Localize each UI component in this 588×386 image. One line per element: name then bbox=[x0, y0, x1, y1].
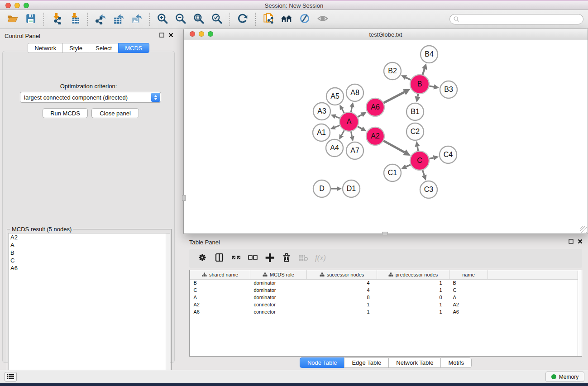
graph-node-A[interactable]: A bbox=[339, 112, 359, 131]
window-edge-handle[interactable] bbox=[182, 195, 186, 201]
network-window-titlebar[interactable]: testGlobe.txt bbox=[184, 29, 588, 40]
show-columns-button[interactable] bbox=[212, 251, 226, 266]
tab-mcds[interactable]: MCDS bbox=[118, 43, 149, 53]
result-list-item[interactable]: A2 bbox=[9, 234, 170, 241]
table-cell[interactable]: B bbox=[190, 279, 250, 286]
save-session-button[interactable] bbox=[22, 11, 40, 28]
criterion-dropdown[interactable]: largest connected component (directed) bbox=[20, 92, 161, 103]
import-network-button[interactable] bbox=[48, 11, 66, 28]
table-cell[interactable]: 1 bbox=[377, 279, 449, 286]
column-header-name[interactable]: name bbox=[449, 270, 488, 279]
graph-node-A6[interactable]: A6 bbox=[366, 98, 384, 116]
export-image-button[interactable] bbox=[128, 11, 146, 28]
table-cell[interactable]: A bbox=[449, 294, 488, 301]
table-cell[interactable]: 1 bbox=[307, 308, 377, 315]
result-list-item[interactable]: B bbox=[9, 249, 170, 257]
table-cell[interactable]: A2 bbox=[449, 301, 488, 308]
column-header-successor-nodes[interactable]: successor nodes bbox=[307, 270, 377, 279]
tab-style[interactable]: Style bbox=[62, 43, 89, 53]
table-scrollbar[interactable] bbox=[578, 271, 581, 356]
table-cell[interactable]: A bbox=[190, 294, 250, 301]
table-cell[interactable]: 4 bbox=[307, 279, 377, 286]
table-row[interactable]: Bdominator41B bbox=[190, 279, 578, 286]
export-network-button[interactable] bbox=[91, 11, 110, 28]
graph-node-C2[interactable]: C2 bbox=[406, 123, 424, 140]
table-cell[interactable]: connector bbox=[250, 308, 307, 315]
run-mcds-button[interactable]: Run MCDS bbox=[43, 108, 88, 118]
memory-button[interactable]: Memory bbox=[545, 372, 584, 382]
export-table-button[interactable] bbox=[110, 11, 128, 28]
table-cell[interactable]: 0 bbox=[377, 294, 449, 301]
zoom-in-button[interactable] bbox=[153, 11, 172, 28]
graph-node-A3[interactable]: A3 bbox=[313, 103, 330, 120]
zoom-selected-button[interactable] bbox=[208, 11, 226, 28]
graph-node-A2[interactable]: A2 bbox=[366, 127, 384, 145]
table-row[interactable]: Adominator80A bbox=[190, 294, 578, 301]
table-cell[interactable]: A6 bbox=[190, 308, 250, 315]
network-canvas[interactable]: AA1A2A3A4A5A6A7A8BB1B2B3B4CC1C2C3C4DD1 bbox=[184, 40, 587, 234]
node-table[interactable]: shared nameMCDS rolesuccessor nodesprede… bbox=[189, 270, 582, 357]
graph-node-B3[interactable]: B3 bbox=[440, 81, 457, 98]
graph-node-C3[interactable]: C3 bbox=[420, 181, 437, 198]
select-all-button[interactable] bbox=[229, 251, 243, 266]
tab-edge-table[interactable]: Edge Table bbox=[344, 357, 388, 368]
tab-node-table[interactable]: Node Table bbox=[300, 357, 344, 368]
graph-node-C1[interactable]: C1 bbox=[384, 164, 401, 181]
table-cell[interactable]: 1 bbox=[377, 308, 449, 315]
table-cell[interactable]: dominator bbox=[250, 286, 307, 294]
result-list-item[interactable]: C bbox=[9, 257, 170, 264]
import-table-button[interactable] bbox=[66, 11, 84, 28]
graph-node-A1[interactable]: A1 bbox=[313, 124, 330, 141]
close-panel-icon[interactable] bbox=[168, 33, 173, 38]
task-history-button[interactable] bbox=[5, 372, 17, 381]
zoom-out-button[interactable] bbox=[172, 11, 190, 28]
resize-grip[interactable] bbox=[580, 226, 587, 233]
result-list-item[interactable]: A6 bbox=[9, 264, 170, 272]
search-field[interactable] bbox=[449, 14, 583, 24]
tab-network-table[interactable]: Network Table bbox=[388, 357, 440, 368]
mcds-result-list[interactable]: A2ABCA6 bbox=[8, 233, 170, 381]
search-input[interactable] bbox=[460, 14, 583, 24]
show-hide-button[interactable] bbox=[314, 11, 332, 28]
table-cell[interactable]: connector bbox=[250, 301, 307, 308]
zoom-fit-button[interactable] bbox=[190, 11, 208, 28]
network-document-button[interactable] bbox=[259, 11, 277, 28]
graph-node-A4[interactable]: A4 bbox=[326, 139, 343, 157]
tab-select[interactable]: Select bbox=[89, 43, 118, 53]
result-list-item[interactable]: A bbox=[9, 241, 170, 249]
graph-node-B4[interactable]: B4 bbox=[421, 46, 438, 63]
table-cell[interactable]: A2 bbox=[190, 301, 250, 308]
table-cell[interactable]: 8 bbox=[307, 294, 377, 301]
graph-node-D[interactable]: D bbox=[313, 180, 330, 197]
table-cell[interactable]: 4 bbox=[307, 286, 377, 294]
window-bottom-handle[interactable] bbox=[382, 232, 388, 235]
table-cell[interactable]: C bbox=[190, 286, 250, 294]
graph-node-C4[interactable]: C4 bbox=[440, 146, 457, 163]
graph-node-A5[interactable]: A5 bbox=[326, 88, 344, 105]
graph-node-A8[interactable]: A8 bbox=[346, 84, 363, 101]
column-header-predecessor-nodes[interactable]: predecessor nodes bbox=[377, 270, 449, 279]
tab-motifs[interactable]: Motifs bbox=[440, 357, 472, 368]
tab-network[interactable]: Network bbox=[28, 43, 62, 53]
column-header-MCDS-role[interactable]: MCDS role bbox=[250, 270, 307, 279]
table-settings-button[interactable] bbox=[196, 251, 210, 266]
unselect-all-button[interactable] bbox=[246, 251, 260, 266]
graph-node-B1[interactable]: B1 bbox=[406, 103, 424, 120]
table-row[interactable]: Cdominator41C bbox=[190, 286, 578, 294]
column-header-shared-name[interactable]: shared name bbox=[190, 270, 250, 279]
graph-node-A7[interactable]: A7 bbox=[346, 142, 363, 159]
table-cell[interactable]: dominator bbox=[250, 279, 307, 286]
table-cell[interactable]: dominator bbox=[250, 294, 307, 301]
table-row[interactable]: A6connector11A6 bbox=[190, 308, 578, 315]
table-cell[interactable]: 1 bbox=[307, 301, 377, 308]
float-panel-icon[interactable] bbox=[159, 33, 164, 38]
graph-node-B2[interactable]: B2 bbox=[384, 62, 401, 80]
table-row[interactable]: A2connector11A2 bbox=[190, 301, 578, 308]
table-cell[interactable]: 1 bbox=[377, 301, 449, 308]
table-cell[interactable]: 1 bbox=[377, 286, 449, 294]
graph-node-D1[interactable]: D1 bbox=[343, 180, 360, 197]
create-column-button[interactable] bbox=[263, 251, 277, 266]
table-cell[interactable]: C bbox=[449, 286, 488, 294]
close-table-panel-icon[interactable] bbox=[578, 239, 583, 244]
close-panel-button[interactable]: Close panel bbox=[91, 108, 139, 118]
